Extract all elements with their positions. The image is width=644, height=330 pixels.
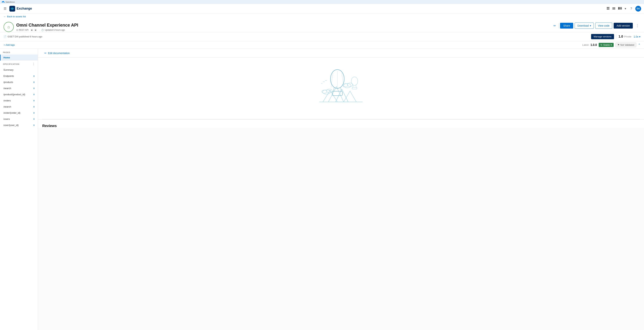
stable-badge[interactable]: ↻ Stable ▾ xyxy=(599,43,614,47)
version-chevron-icon: ▾ xyxy=(639,35,640,38)
list-icon xyxy=(612,8,615,10)
rest-api-icon: ⊙ xyxy=(16,29,18,31)
order-id-label: /order/{order_id} xyxy=(4,112,33,114)
view-toggle-button[interactable] xyxy=(617,6,623,11)
chevron-down-button[interactable]: ▾ xyxy=(624,6,627,11)
svg-rect-3 xyxy=(2,2,4,3)
asset-type: ⊙ REST API xyxy=(16,29,28,31)
sidebar-item-home[interactable]: Home xyxy=(0,55,38,61)
meta-separator: : xyxy=(39,29,39,31)
sidebar-item-orders-search[interactable]: /search ∨ xyxy=(0,104,38,110)
share-button[interactable]: Share xyxy=(560,23,573,29)
specification-section-title: SPECIFICATION xyxy=(3,63,19,65)
publisher-text: GSET DAI published 6 hours ago xyxy=(8,35,42,38)
orders-chevron-icon: ∨ xyxy=(33,99,35,102)
nav-left: ☰ Exchange xyxy=(3,6,32,12)
salesforce-logo: Salesforce xyxy=(2,1,15,3)
main-layout: PAGES Home SPECIFICATION ⋮ Summary Endpo… xyxy=(0,49,644,330)
version-badge-2: ■ xyxy=(34,29,37,31)
exchange-logo-icon xyxy=(10,6,15,12)
search-label: /search xyxy=(4,87,33,90)
sidebar-item-user-id[interactable]: /user/{user_id} ∨ xyxy=(0,122,38,128)
svg-rect-11 xyxy=(612,8,615,9)
version-select-text: 1.0x xyxy=(634,35,638,38)
more-options-button[interactable]: ⋮ xyxy=(634,23,640,28)
orders-search-label: /search xyxy=(4,105,33,108)
publisher-icon: 📄 xyxy=(4,35,6,38)
svg-marker-16 xyxy=(323,90,337,102)
svg-rect-15 xyxy=(621,7,622,10)
svg-line-29 xyxy=(331,73,333,88)
exchange-logo: Exchange xyxy=(10,6,32,12)
nav-grid-icons: ▾ xyxy=(606,6,627,11)
svg-rect-9 xyxy=(608,9,609,10)
sidebar-item-product-id[interactable]: /product/{product_id} ∨ xyxy=(0,91,38,97)
sidebar-item-products[interactable]: /products ∨ xyxy=(0,79,38,85)
search-chevron-icon: ∨ xyxy=(33,87,35,90)
svg-rect-8 xyxy=(607,9,608,10)
manage-versions-button[interactable]: Manage versions xyxy=(591,34,614,39)
salesforce-cloud-icon xyxy=(2,1,5,3)
users-label: /users xyxy=(4,118,33,120)
nav-logo-text: Exchange xyxy=(16,7,32,11)
edit-doc-bar: ✏ Edit documentation xyxy=(38,49,644,58)
latest-right: Latest 1.0.0 ↻ Stable ▾ ⚑ Not Validated … xyxy=(582,43,640,47)
nav-bar: ☰ Exchange xyxy=(0,4,644,13)
svg-point-5 xyxy=(12,8,13,9)
edit-doc-label: Edit documentation xyxy=(48,52,70,55)
updated-label: Updated 6 hours ago xyxy=(44,29,65,31)
sidebar-item-orders[interactable]: /orders ∨ xyxy=(0,97,38,104)
add-tags-button[interactable]: + Add tags xyxy=(4,44,15,46)
orders-search-chevron-icon: ∨ xyxy=(33,105,35,108)
user-id-label: /user/{user_id} xyxy=(4,124,33,127)
collapse-button[interactable]: ⌃ xyxy=(638,43,640,47)
view-code-button[interactable]: View code xyxy=(595,23,612,29)
sidebar-item-search[interactable]: /search ∨ xyxy=(0,85,38,91)
app-name: Salesforce xyxy=(6,1,15,3)
pencil-doc-icon: ✏ xyxy=(44,52,46,55)
edit-button[interactable]: ✏ xyxy=(552,23,557,29)
version-info: 1.0 Private xyxy=(618,35,632,39)
latest-label: Latest xyxy=(582,44,588,46)
list-view-button[interactable] xyxy=(611,6,616,11)
sidebar-item-order-id[interactable]: /order/{order_id} ∨ xyxy=(0,110,38,116)
svg-point-24 xyxy=(351,77,358,86)
asset-title-text: Omni Channel Experience API ⊙ REST API ■… xyxy=(16,23,78,32)
version-privacy: Private xyxy=(624,35,631,38)
reviews-section: Reviews xyxy=(38,119,644,128)
publisher-info: 📄 GSET DAI published 6 hours ago xyxy=(4,35,42,38)
sidebar-item-users[interactable]: /users ∨ xyxy=(0,116,38,122)
hamburger-button[interactable]: ☰ xyxy=(3,6,7,12)
sidebar-item-summary[interactable]: Summary xyxy=(0,67,38,73)
sidebar-summary-label: Summary xyxy=(4,69,35,71)
order-id-chevron-icon: ∨ xyxy=(33,111,35,114)
user-avatar[interactable]: DU xyxy=(635,6,641,12)
svg-rect-12 xyxy=(612,9,615,10)
help-button[interactable]: ? xyxy=(629,6,633,11)
version-number: 1.0 xyxy=(618,35,623,39)
sidebar-endpoints-label: Endpoints xyxy=(4,75,33,77)
grid-view-button[interactable] xyxy=(606,6,610,11)
edit-documentation-button[interactable]: ✏ Edit documentation xyxy=(42,51,72,56)
svg-point-2 xyxy=(2,1,4,3)
add-version-button[interactable]: Add version xyxy=(614,23,633,29)
specification-more-button[interactable]: ⋮ xyxy=(32,62,35,66)
publisher-right: Manage versions 1.0 Private 1.0x ▾ xyxy=(591,34,640,39)
asset-header-top: ⌂ Omni Channel Experience API ⊙ REST API… xyxy=(4,22,640,32)
asset-actions: ✏ Share Download ▾ View code Add version… xyxy=(552,22,640,29)
download-label: Download xyxy=(577,24,588,27)
stable-label: Stable xyxy=(603,44,610,46)
product-id-chevron-icon: ∨ xyxy=(33,93,35,96)
back-arrow-icon: ← xyxy=(4,15,6,18)
version-select[interactable]: 1.0x ▾ xyxy=(634,35,640,38)
sidebar: PAGES Home SPECIFICATION ⋮ Summary Endpo… xyxy=(0,49,38,330)
back-to-assets-link[interactable]: ← Back to assets list xyxy=(0,13,30,20)
clock-icon: 🕐 xyxy=(41,29,44,31)
download-button[interactable]: Download ▾ xyxy=(575,23,594,29)
chevron-up-icon: ⌃ xyxy=(638,43,640,47)
specification-header: SPECIFICATION ⋮ xyxy=(0,61,38,67)
house-icon: ⌂ xyxy=(8,25,10,29)
svg-rect-14 xyxy=(620,7,621,10)
not-validated-badge[interactable]: ⚑ Not Validated xyxy=(616,43,636,47)
sidebar-item-endpoints[interactable]: Endpoints ∧ xyxy=(0,73,38,79)
